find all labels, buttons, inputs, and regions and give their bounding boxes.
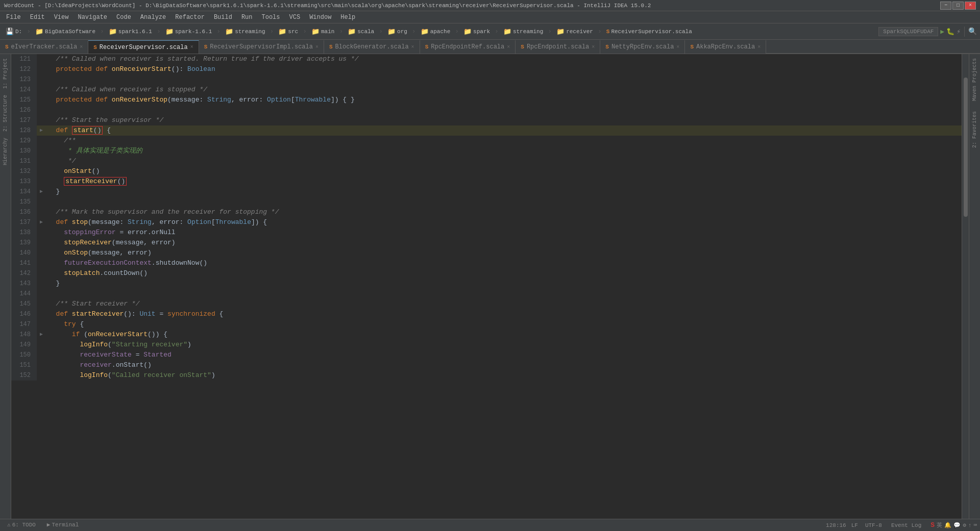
code-line-139: 139 stopReceiver(message, error) — [11, 238, 962, 248]
line-num-129: 129 — [11, 136, 37, 146]
project-panel-btn[interactable]: 1: Project — [2, 56, 9, 91]
toolbar-project[interactable]: 📁 BigDataSoftware — [33, 27, 98, 37]
toolbar-spark2[interactable]: 📁 spark-1.6.1 — [163, 27, 215, 37]
lang-icon[interactable]: 英 — [937, 521, 942, 529]
line-num-139: 139 — [11, 238, 37, 248]
tab-close-nettyrpcenv[interactable]: × — [676, 44, 679, 50]
toolbar-scala[interactable]: 📁 scala — [345, 27, 377, 37]
tab-receiversupervisorimpl[interactable]: S ReceiverSupervisorImpl.scala × — [199, 40, 324, 54]
settings-icon[interactable]: ⚙ — [963, 522, 966, 528]
main-area: 1: Project 2: Structure Hierarchy 121 /*… — [0, 54, 980, 519]
code-line-126: 126 — [11, 105, 962, 115]
tab-akkarpcenv[interactable]: S AkkaRpcEnv.scala × — [685, 40, 766, 54]
code-line-144: 144 — [11, 289, 962, 299]
event-log-btn[interactable]: Event Log — [887, 522, 925, 528]
toolbar-apache[interactable]: 📁 apache — [418, 27, 453, 37]
code-line-132: 132 onStart() — [11, 166, 962, 176]
debug-icon[interactable]: 🐛 — [946, 28, 954, 36]
line-content-131: */ — [46, 156, 962, 166]
tab-scala-icon6: S — [605, 44, 609, 50]
notify-icon2[interactable]: 💬 — [953, 522, 961, 528]
menu-item-file[interactable]: File — [2, 13, 25, 22]
code-editor[interactable]: 121 /** Called when receiver is started.… — [11, 54, 962, 519]
toolbar-streaming[interactable]: 📁 streaming — [223, 27, 267, 37]
status-encoding: UTF-8 — [863, 522, 884, 528]
toolbar-org[interactable]: 📁 org — [385, 27, 410, 37]
menu-item-analyze[interactable]: Analyze — [136, 13, 170, 22]
tab-close-eivertracker[interactable]: × — [80, 44, 83, 50]
restore-button[interactable]: □ — [952, 2, 964, 10]
tab-eivertracker[interactable]: S eIverTracker.scala × — [0, 40, 88, 54]
tab-scala-icon5: S — [521, 44, 524, 50]
folder-icon12: 📁 — [556, 28, 565, 36]
menu-item-refactor[interactable]: Refactor — [171, 13, 209, 22]
code-line-131: 131 */ — [11, 156, 962, 166]
close-button[interactable]: × — [965, 2, 976, 10]
menu-item-code[interactable]: Code — [112, 13, 135, 22]
folder-icon9: 📁 — [421, 28, 429, 36]
menu-item-navigate[interactable]: Navigate — [74, 13, 111, 22]
tab-close-rpcendpoint[interactable]: × — [592, 44, 595, 50]
streaming-label: streaming — [235, 29, 265, 35]
left-sidebar: 1: Project 2: Structure Hierarchy — [0, 54, 11, 519]
line-num-138: 138 — [11, 227, 37, 238]
tab-nettyrpcenv[interactable]: S NettyRpcEnv.scala × — [600, 40, 685, 54]
toolbar-drive[interactable]: 💾 D: — [3, 27, 24, 37]
run-config-label[interactable]: SparkSQLUDFUDAF — [878, 27, 938, 36]
toolbar-streaming2[interactable]: 📁 streaming — [501, 27, 546, 37]
tab-rpcendpointref[interactable]: S RpcEndpointRef.scala × — [420, 40, 516, 54]
menu-item-edit[interactable]: Edit — [26, 13, 49, 22]
toolbar-receiver[interactable]: 📁 receiver — [554, 27, 596, 37]
tab-close-rpcendpointref[interactable]: × — [507, 44, 510, 50]
menu-item-view[interactable]: View — [50, 13, 73, 22]
line-num-150: 150 — [11, 350, 37, 360]
search-toolbar-icon[interactable]: 🔍 — [968, 27, 977, 36]
code-line-152: 152 logInfo("Called receiver onStart") — [11, 370, 962, 381]
line-content-124: /** Called when receiver is stopped */ — [46, 85, 962, 95]
toolbar-src[interactable]: 📁 src — [276, 27, 301, 37]
line-num-127: 127 — [11, 115, 37, 125]
menu-item-vcs[interactable]: VCS — [285, 13, 305, 22]
menu-item-tools[interactable]: Tools — [258, 13, 284, 22]
menu-item-window[interactable]: Window — [305, 13, 335, 22]
todo-tab[interactable]: ⚠ 6: TODO — [3, 520, 40, 530]
run-icon[interactable]: ▶ — [940, 28, 944, 36]
toolbar-file[interactable]: S ReceiverSupervisor.scala — [604, 28, 695, 36]
structure-panel-btn[interactable]: 2: Structure — [2, 93, 9, 134]
tab-close-receiversupervisorimpl[interactable]: × — [315, 44, 318, 50]
streaming2-label: streaming — [513, 29, 543, 35]
line-content-151: receiver.onStart() — [46, 360, 962, 370]
coverage-icon[interactable]: ⚡ — [957, 28, 961, 36]
menu-item-run[interactable]: Run — [237, 13, 257, 22]
toolbar-spark1[interactable]: 📁 spark1.6.1 — [106, 27, 155, 37]
hierarchy-panel-btn[interactable]: Hierarchy — [2, 136, 9, 167]
gutter-137: ▶ — [37, 217, 46, 227]
toolbar-spark3[interactable]: 📁 spark — [461, 27, 493, 37]
minimize-button[interactable]: − — [940, 2, 951, 10]
tab-blockgenerator[interactable]: S BlockGenerator.scala × — [324, 40, 420, 54]
tab-close-blockgenerator[interactable]: × — [411, 44, 414, 50]
menu-item-build[interactable]: Build — [210, 13, 236, 22]
tab-receiversupervisor[interactable]: S ReceiverSupervisor.scala × — [88, 40, 199, 54]
project-label: BigDataSoftware — [45, 29, 95, 35]
tab-close-receiversupervisor[interactable]: × — [190, 44, 193, 50]
toolbar-main[interactable]: 📁 main — [309, 27, 337, 37]
line-content-145: /** Start receiver */ — [46, 299, 962, 309]
upload-icon[interactable]: ↑ — [968, 522, 972, 528]
tab-close-akkarpcenv[interactable]: × — [757, 44, 761, 50]
folder-icon8: 📁 — [387, 28, 396, 36]
keyboard-icon[interactable]: ⌨ — [973, 522, 977, 528]
terminal-tab[interactable]: ▶ Terminal — [43, 520, 83, 530]
line-content-134: } — [46, 187, 962, 197]
line-num-146: 146 — [11, 309, 37, 319]
favorites-btn[interactable]: 2: Favorites — [971, 109, 978, 150]
right-minimap — [962, 54, 969, 519]
tab-scala-icon7: S — [690, 44, 694, 50]
tab-rpcendpoint[interactable]: S RpcEndpoint.scala × — [516, 40, 600, 54]
notify-icon1[interactable]: 🔔 — [944, 522, 951, 528]
menu-item-help[interactable]: Help — [336, 13, 359, 22]
maven-projects-btn[interactable]: Maven Projects — [971, 56, 978, 103]
line-content-140: onStop(message, error) — [46, 248, 962, 258]
tab-scala-icon4: S — [425, 44, 429, 50]
scroll-thumb[interactable] — [964, 78, 968, 217]
